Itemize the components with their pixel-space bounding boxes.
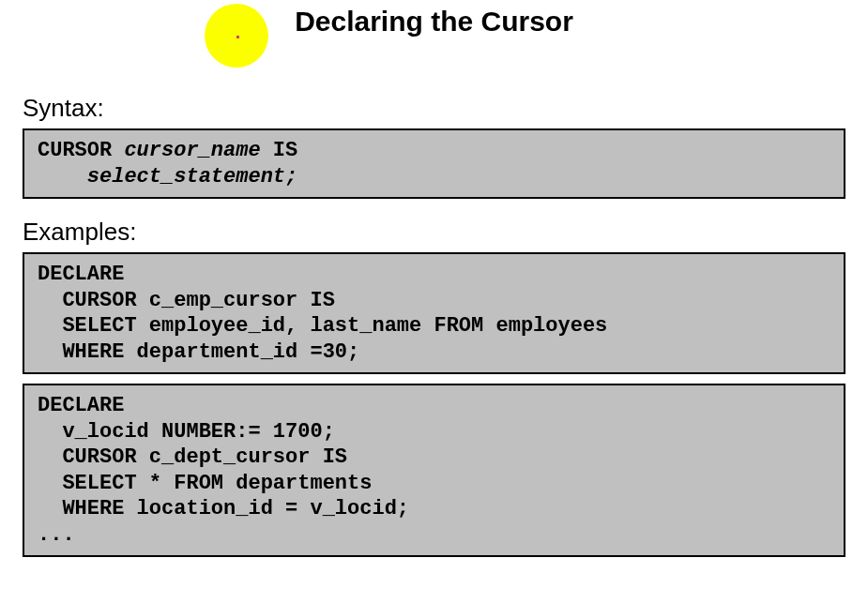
code-line: WHERE department_id =30; [38,340,359,364]
code-line: CURSOR c_dept_cursor IS [38,445,347,469]
syntax-code-box: CURSOR cursor_name IS select_statement; [23,128,845,199]
examples-label: Examples: [23,218,868,247]
code-line: CURSOR c_emp_cursor IS [38,289,335,312]
code-line: DECLARE [38,394,124,417]
code-line: DECLARE [38,263,124,286]
code-line: SELECT * FROM departments [38,472,372,495]
example1-code-box: DECLARE CURSOR c_emp_cursor IS SELECT em… [23,252,845,374]
page-title: Declaring the Cursor [0,6,868,38]
code-line: SELECT employee_id, last_name FROM emplo… [38,314,607,338]
code-indent [38,165,87,188]
title-area: Declaring the Cursor [0,0,868,75]
code-keyword: CURSOR [38,139,124,162]
code-keyword: IS [261,139,298,162]
code-placeholder: select_statement; [87,165,297,188]
code-placeholder: cursor_name [124,139,260,162]
code-line: v_locid NUMBER:= 1700; [38,420,335,444]
code-line: ... [38,523,75,547]
example2-code-box: DECLARE v_locid NUMBER:= 1700; CURSOR c_… [23,384,845,557]
highlight-dot-icon [236,36,239,38]
code-line: WHERE location_id = v_locid; [38,497,409,520]
syntax-label: Syntax: [23,94,868,123]
